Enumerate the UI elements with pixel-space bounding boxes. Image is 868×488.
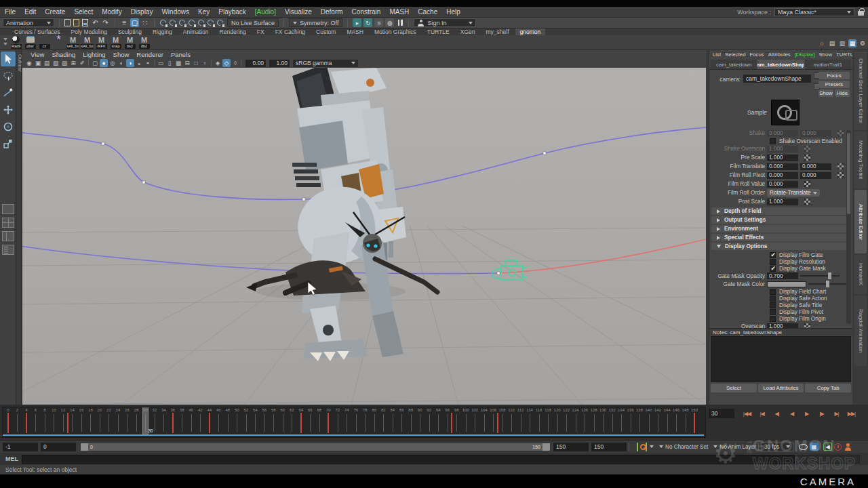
field-film-roll-pivot[interactable]: 0.000 [800,172,831,179]
show-button[interactable]: Show [818,89,833,97]
bookmark-icon[interactable]: ▧ [52,59,60,67]
field-film-translate[interactable]: 0.000 [800,163,831,170]
load-attributes-button[interactable]: Load Attributes [758,384,804,392]
viewport-menu-show[interactable]: Show [113,51,130,58]
shelf-item-bs2[interactable]: Mbs2 [123,35,136,49]
shelf-tab-gnomon[interactable]: gnomon [515,28,546,35]
viewport-menu-panels[interactable]: Panels [171,51,191,58]
ae-tab-motiontrail1[interactable]: motionTrail1 [805,60,851,69]
checkbox-display-gate-mask[interactable] [770,266,776,272]
animation-end-field[interactable]: 150 [591,443,627,451]
cached-playback-icon[interactable] [799,444,808,450]
section-display-options[interactable]: Display Options [711,243,850,250]
playback-speed-icon[interactable] [834,443,842,451]
select-object-icon[interactable]: ▢ [130,18,139,27]
menu-set-dropdown[interactable]: Animation [3,18,54,27]
live-surface-field[interactable]: No Live Surface [227,18,279,27]
resolution-gate-icon[interactable]: ▭ [157,59,165,67]
lock-workspace-icon[interactable] [858,11,864,16]
field-chart-icon[interactable]: ⊟ [183,59,191,67]
make-live-icon[interactable] [216,19,224,27]
textured-icon[interactable]: ◐ [117,59,125,67]
shelf-item-ikfk[interactable]: MIKFK [95,35,108,49]
shelf-item-pbsr[interactable]: pbsr [24,35,37,49]
slider-handle[interactable] [828,272,831,279]
layout-four-pane[interactable] [2,218,14,228]
wireframe-on-shaded-icon[interactable]: ◎ [108,59,117,67]
ae-menu-display[interactable]: [Display] [795,52,815,58]
use-all-lights-icon[interactable]: ◑ [126,59,134,67]
step-forward-key-button[interactable]: ▶| [829,409,844,419]
keyframe-marker[interactable] [497,413,498,433]
range-start-handle[interactable] [81,443,88,451]
wireframe-icon[interactable]: ▢ [91,59,99,67]
select-hierarchy-icon[interactable]: ≡ [120,18,129,27]
overscan-field[interactable]: 1.000 [767,323,798,329]
scrollbar-thumb[interactable] [847,133,850,214]
gate-mask-color-swatch[interactable] [767,281,806,287]
attribute-editor-toggle-icon[interactable]: ▦ [848,39,856,47]
sidebar-tab-modeling-toolkit[interactable]: Modeling Toolkit [854,131,867,188]
render-settings-icon[interactable]: ≡ [374,18,383,27]
smooth-shade-icon[interactable]: ● [100,59,108,67]
view-transform-dropdown[interactable]: sRGB gamma [293,60,358,67]
range-slider-track[interactable]: 0 150 [80,443,551,451]
play-backwards-button[interactable]: ◀ [785,409,799,419]
keyframe-marker[interactable] [300,413,302,433]
snap-curve-icon[interactable] [169,19,177,27]
menu-edit[interactable]: Edit [24,8,36,16]
menu-deform[interactable]: Deform [321,8,343,16]
profiler-icon[interactable]: ▦ [810,443,818,451]
menu-create[interactable]: Create [45,8,65,16]
keyframe-marker[interactable] [451,413,452,433]
grease-pencil-icon[interactable]: ✐ [78,59,86,67]
image-plane-icon[interactable]: ▨ [60,59,68,67]
play-forwards-button[interactable]: ▶ [800,409,814,419]
texture-map-button[interactable] [837,163,844,169]
presets-button[interactable]: Presets [818,81,850,88]
pause-viewport-icon[interactable] [397,20,403,26]
time-slider-ruler[interactable]: 0246810121416182022242628303234363840424… [2,407,706,438]
symmetry-dropdown[interactable]: Symmetry: Off [289,18,342,27]
shelf-tab-custom[interactable]: Custom [311,28,340,35]
field-pre-scale[interactable]: 1.000 [767,155,798,161]
ae-menu-show[interactable]: Show [819,52,833,58]
keyframe-marker[interactable] [209,413,210,433]
texture-map-button[interactable] [804,199,810,205]
camera-name-field[interactable]: cam_takedownShape [743,75,811,83]
auto-key-toggle-icon[interactable] [637,443,647,451]
checkbox-display-film-pivot[interactable] [770,309,776,315]
shadows-icon[interactable]: ◒ [135,59,143,67]
checkbox-display-film-gate[interactable] [770,252,776,258]
shelf-item-asterisk[interactable]: * [52,35,65,44]
gate-mask-opacity-slider[interactable] [800,275,840,277]
menu-cache[interactable]: Cache [418,8,437,16]
texture-map-button[interactable] [804,181,810,187]
sign-in-dropdown[interactable]: Sign In [414,18,476,27]
ae-tab-cam-takedown[interactable]: cam_takedown [711,60,757,69]
scale-tool[interactable] [1,136,16,151]
gamma-field[interactable]: 1.00 [269,60,290,67]
safe-action-icon[interactable]: □ [192,59,200,67]
keyframe-marker[interactable] [694,413,695,433]
lasso-tool[interactable] [1,68,16,83]
viewport-menu-view[interactable]: View [31,51,44,58]
layout-single-pane[interactable] [2,204,14,214]
chevron-down-icon[interactable] [650,445,654,448]
keyframe-marker[interactable] [7,413,9,433]
field-film-roll-pivot[interactable]: 0.000 [767,172,798,179]
menu-constrain[interactable]: Constrain [352,8,381,16]
texture-map-button[interactable] [804,146,810,152]
lock-camera-icon[interactable]: ▣ [34,59,42,67]
menu-mash[interactable]: MASH [389,8,409,16]
viewport-menu-renderer[interactable]: Renderer [136,51,163,58]
paint-select-tool[interactable] [1,85,16,100]
save-scene-icon[interactable] [82,19,88,26]
shelf-tab-turtle[interactable]: TURTLE [422,28,454,35]
ae-menu-attributes[interactable]: Attributes [768,52,791,58]
mel-input-field[interactable] [22,455,795,464]
hotkey-set-icon[interactable] [844,443,852,451]
current-frame-field[interactable]: 30 [709,409,734,418]
isolate-select-icon[interactable]: ◈ [214,59,222,67]
checkbox-display-film-origin[interactable] [770,316,776,322]
